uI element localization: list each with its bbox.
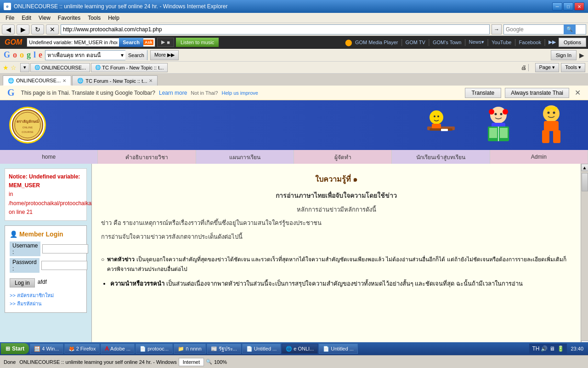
options-button[interactable]: Options	[559, 38, 586, 47]
bookmarks-dropdown[interactable]: ▾	[20, 63, 29, 72]
taskbar-btn-firefox[interactable]: 🦊 2 Firefox	[64, 344, 100, 354]
page-tools-button[interactable]: Page ▾	[535, 63, 560, 72]
bookmark-tc-forum[interactable]: 🌐 TC Forum - New Topic :: t...	[91, 63, 168, 72]
systray: TH 🔊 🖥 🔋	[529, 344, 567, 354]
bullet-1-content: พาดหัวข่าว เป็นจุดบอกใจความสำคัญที่สุดขอ…	[107, 255, 571, 275]
password-label: Password :	[10, 258, 40, 273]
taskbar-btn-adobe[interactable]: A Adobe ...	[101, 344, 135, 354]
youtube-link[interactable]: YouTube	[492, 40, 511, 45]
taskbar-btn-untitled1[interactable]: 📄 Untitled ...	[242, 344, 281, 354]
register-link[interactable]: >> สมัครสมาชิกใหม่	[10, 293, 54, 298]
refresh-button[interactable]: ↻	[31, 24, 44, 34]
taskbar-btn-folder[interactable]: 📁 ก nnnn	[174, 344, 206, 354]
tools-button[interactable]: Tools ▾	[561, 63, 585, 72]
nav-plan[interactable]: แผนการเรียน	[196, 150, 294, 164]
bookmark-onlinecourse[interactable]: 🌐 ONLINECOURSE...	[30, 63, 90, 72]
taskbar-btn-4win[interactable]: 🪟 4 Win...	[30, 344, 63, 354]
menu-tools[interactable]: Tools	[84, 14, 104, 22]
gom-search-input[interactable]	[27, 40, 119, 45]
cartoon-figure-1	[423, 104, 464, 147]
windows-logo-icon: ⊞	[6, 345, 10, 352]
forward-button[interactable]: ▶	[17, 24, 29, 34]
password-input[interactable]	[41, 261, 87, 270]
volume-icon[interactable]: 🔊	[540, 345, 548, 352]
more-links[interactable]: ▶▶	[548, 39, 556, 45]
taskbar-btn-untitled2[interactable]: 📄 Untitled ...	[319, 344, 358, 354]
gom-media-player-link[interactable]: GOM Media Player	[355, 40, 398, 45]
language-indicator[interactable]: TH	[532, 345, 539, 352]
nav-admin[interactable]: Admin	[490, 150, 588, 164]
menu-file[interactable]: File	[2, 14, 18, 22]
menu-favorites[interactable]: Favorites	[54, 14, 84, 22]
nav-author[interactable]: ผู้จัดทำ	[294, 150, 392, 164]
close-button[interactable]: ✕	[574, 2, 584, 11]
login-button[interactable]: Log in	[10, 278, 35, 288]
password-row: Password :	[10, 258, 82, 273]
google-search-input[interactable]	[504, 26, 564, 33]
start-button[interactable]: ⊞ Start	[1, 343, 29, 354]
bookmark-label-1: ONLINECOURSE...	[41, 65, 86, 70]
google-search-input-tb[interactable]	[45, 52, 119, 58]
nav-student[interactable]: นักเรียนเข้าสู่บทเรียน	[392, 150, 490, 164]
nav-home[interactable]: home	[0, 150, 98, 164]
svg-rect-11	[441, 129, 448, 131]
gom-town-link[interactable]: GOM's Town	[433, 40, 461, 45]
gom-tv-link[interactable]: GOM TV	[406, 40, 425, 45]
left-panel: Notice: Undefined variable: MEM_USER in …	[0, 164, 92, 348]
scrollbar-thumb[interactable]	[582, 173, 588, 191]
battery-icon[interactable]: 🔋	[557, 345, 564, 352]
add-favorites-icon[interactable]: ☆	[11, 64, 17, 71]
more-button[interactable]: More ▶▶	[150, 50, 179, 60]
taskbar-btn-news[interactable]: 📰 รัฐประ...	[207, 344, 241, 354]
go-button[interactable]: →	[492, 24, 502, 34]
help-us-improve-link[interactable]: Help us improve	[221, 90, 258, 96]
stop-button[interactable]: ✕	[46, 24, 59, 34]
bullet1-text: เป็นจุดบอกใจความสำคัญที่สุดของข่าวได้ชัด…	[107, 256, 566, 273]
maximize-button[interactable]: □	[563, 2, 573, 11]
sign-in-button[interactable]: Sign In	[551, 50, 577, 60]
translate-bar-close[interactable]: ✕	[575, 88, 581, 97]
svg-point-15	[489, 109, 494, 115]
translate-button[interactable]: Translate	[465, 88, 502, 98]
menu-help[interactable]: Help	[104, 14, 123, 22]
taskbar-label-8: e ONLI...	[294, 346, 314, 351]
svg-point-7	[434, 115, 435, 117]
forgot-password-link[interactable]: >> ลืมรหัสผ่าน	[10, 301, 42, 306]
menu-edit[interactable]: Edit	[18, 14, 35, 22]
always-translate-button[interactable]: Always translate Thai	[505, 88, 569, 98]
google-search-submit[interactable]: Search	[125, 50, 147, 60]
minimize-button[interactable]: ─	[552, 2, 562, 11]
tab-close-2[interactable]: ✕	[149, 78, 153, 83]
taskbar-btn-onli[interactable]: 🌐 e ONLI...	[282, 344, 318, 354]
username-row: Username :	[10, 242, 82, 256]
member-login-label: Member Login	[19, 230, 63, 238]
learn-more-link[interactable]: Learn more	[159, 90, 187, 96]
gom-search-button[interactable]: Search	[119, 38, 143, 47]
window-title: ONLINECOURSE :: unlimite learning your s…	[14, 3, 228, 10]
tab-close-1[interactable]: ✕	[62, 78, 66, 83]
address-input[interactable]	[63, 26, 487, 33]
google-search-button[interactable]: 🔍	[564, 24, 576, 34]
taskbar-btn-protooc[interactable]: 📄 protooc...	[136, 344, 173, 354]
facebook-link[interactable]: Facebook	[519, 40, 541, 45]
clock: 23:40	[569, 346, 585, 351]
back-button[interactable]: ◀	[2, 24, 15, 34]
search-dropdown-icon[interactable]: ▾	[119, 52, 125, 58]
taskbar-icon-3: A	[105, 345, 109, 352]
network-icon[interactable]: 🖥	[548, 345, 556, 352]
scrollbar-up-button[interactable]: ▲	[581, 164, 588, 171]
status-zone: Internet	[179, 358, 204, 366]
listen-to-music-button[interactable]: Listen to music	[176, 38, 219, 47]
tab-tc-forum[interactable]: 🌐 TC Forum - New Topic :: t... ✕	[72, 75, 158, 86]
tab-onlinecourse[interactable]: 🌐 ONLINECOURSE... ✕	[3, 75, 71, 86]
gom-play-button[interactable]: ▶ ■	[157, 38, 174, 47]
menu-view[interactable]: View	[35, 14, 54, 22]
site-logo: ตราสัญลักษณ์ ONLINE COURSE	[9, 107, 46, 144]
svg-text:COURSE: COURSE	[22, 131, 34, 133]
nav-description[interactable]: คำอธิบายรายวิชา	[98, 150, 196, 164]
login-form: Username : Password : Log in afdf	[10, 242, 82, 288]
taskbar-label-6: รัฐประ...	[219, 345, 237, 353]
username-input[interactable]	[42, 244, 88, 253]
toolbar-arrow-icon[interactable]: ▶	[579, 52, 584, 59]
news-link[interactable]: News▾	[469, 39, 485, 45]
